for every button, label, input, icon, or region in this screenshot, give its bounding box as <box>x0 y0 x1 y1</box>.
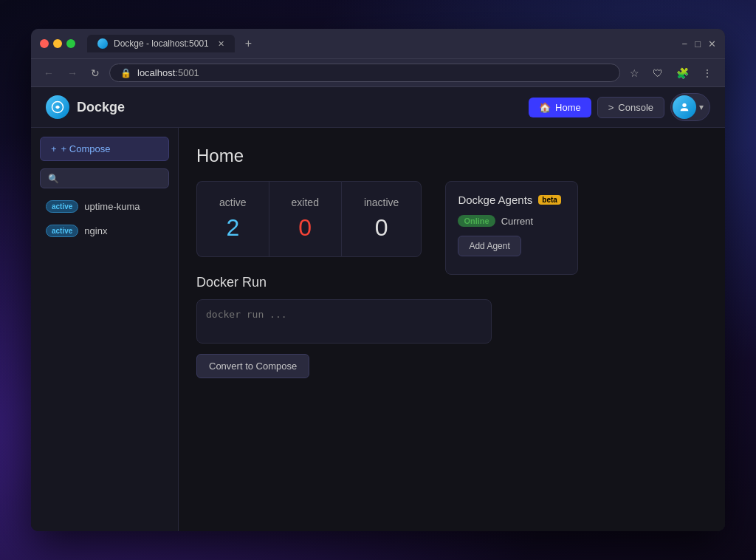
app-logo: Dockge <box>46 95 529 119</box>
window-restore-icon[interactable]: □ <box>695 38 701 49</box>
menu-button[interactable]: ⋮ <box>698 65 716 81</box>
address-bar[interactable]: 🔒 localhost:5001 <box>109 64 620 82</box>
bookmark-button[interactable]: ☆ <box>626 65 643 81</box>
stat-card-active: active 2 <box>196 181 269 257</box>
search-input[interactable] <box>63 173 161 184</box>
search-icon: 🔍 <box>48 174 59 184</box>
toolbar-actions: ☆ 🛡 🧩 ⋮ <box>626 65 716 81</box>
main-content: Home active 2 exited 0 <box>179 128 725 531</box>
home-icon: 🏠 <box>539 102 551 113</box>
window-minimize-icon[interactable]: − <box>682 38 688 49</box>
home-label: Home <box>555 102 581 113</box>
console-button[interactable]: > Console <box>597 97 664 118</box>
user-avatar <box>673 95 696 119</box>
browser-toolbar: ← → ↻ 🔒 localhost:5001 ☆ 🛡 🧩 ⋮ <box>31 59 725 87</box>
beta-badge: beta <box>538 195 561 205</box>
agents-header: Dockge Agents beta <box>458 194 566 206</box>
sidebar-item-label-nginx: nginx <box>84 225 107 236</box>
window-close-icon[interactable]: ✕ <box>708 38 716 49</box>
url-port: :5001 <box>175 67 199 78</box>
add-agent-button[interactable]: Add Agent <box>458 236 520 256</box>
active-label: active <box>219 197 247 208</box>
sidebar-list: active uptime-kuma active nginx <box>40 196 169 242</box>
app-logo-icon <box>46 95 69 119</box>
sidebar-item-nginx[interactable]: active nginx <box>40 220 169 242</box>
agents-title: Dockge Agents <box>458 194 532 206</box>
agents-section: Dockge Agents beta Online Current Add Ag… <box>445 181 578 275</box>
browser-window: Dockge - localhost:5001 ✕ + − □ ✕ ← → ↻ … <box>31 29 725 531</box>
header-nav: 🏠 Home > Console <box>529 93 710 121</box>
docker-run-section: Docker Run Convert to Compose <box>196 275 707 378</box>
forward-button[interactable]: → <box>63 65 81 81</box>
home-button[interactable]: 🏠 Home <box>529 98 591 117</box>
sidebar: + + Compose 🔍 active uptime-kuma acti <box>31 128 179 531</box>
chevron-down-icon: ▾ <box>699 102 704 112</box>
agent-status-row: Online Current <box>458 215 566 227</box>
inactive-value: 0 <box>364 214 399 242</box>
new-tab-button[interactable]: + <box>241 35 256 52</box>
sidebar-item-uptime-kuma[interactable]: active uptime-kuma <box>40 196 169 217</box>
tab-close-button[interactable]: ✕ <box>218 39 224 49</box>
back-button[interactable]: ← <box>40 65 58 81</box>
exited-label: exited <box>292 197 319 208</box>
console-icon: > <box>608 102 614 113</box>
convert-to-compose-button[interactable]: Convert to Compose <box>196 354 309 378</box>
lock-icon: 🔒 <box>120 68 131 78</box>
stats-and-agents: active 2 exited 0 inactive 0 <box>196 181 707 275</box>
tab-label: Dockge - localhost:5001 <box>114 38 209 49</box>
url-host: localhost <box>137 67 175 78</box>
tab-favicon <box>97 38 108 49</box>
docker-run-input[interactable] <box>196 299 492 344</box>
close-window-button[interactable] <box>40 39 49 48</box>
compose-button[interactable]: + + Compose <box>40 137 169 161</box>
browser-titlebar: Dockge - localhost:5001 ✕ + − □ ✕ <box>31 29 725 59</box>
stat-card-exited: exited 0 <box>269 181 341 257</box>
status-badge-nginx: active <box>46 225 78 237</box>
docker-run-title: Docker Run <box>196 275 707 290</box>
user-menu-button[interactable]: ▾ <box>670 93 710 121</box>
app-title: Dockge <box>77 100 125 115</box>
stat-card-inactive: inactive 0 <box>341 181 422 257</box>
active-value: 2 <box>219 214 247 242</box>
inactive-label: inactive <box>364 197 399 208</box>
search-box[interactable]: 🔍 <box>40 168 169 188</box>
plus-icon: + <box>51 143 57 154</box>
console-label: Console <box>618 102 653 113</box>
app-container: Dockge 🏠 Home > Console <box>31 87 725 531</box>
online-badge: Online <box>458 215 495 227</box>
browser-tab[interactable]: Dockge - localhost:5001 ✕ <box>87 35 235 52</box>
svg-point-1 <box>682 103 686 107</box>
exited-value: 0 <box>292 214 319 242</box>
extensions-button[interactable]: 🧩 <box>673 65 693 81</box>
window-controls <box>40 39 75 48</box>
app-header: Dockge 🏠 Home > Console <box>31 87 725 128</box>
maximize-window-button[interactable] <box>66 39 75 48</box>
reload-button[interactable]: ↻ <box>87 65 103 81</box>
window-action-buttons: − □ ✕ <box>682 38 716 49</box>
page-title: Home <box>196 146 707 166</box>
sidebar-item-label-uptime-kuma: uptime-kuma <box>84 201 140 212</box>
shield-icon[interactable]: 🛡 <box>649 65 667 81</box>
agent-current-text: Current <box>501 216 533 227</box>
status-badge-uptime-kuma: active <box>46 200 78 213</box>
stats-section: active 2 exited 0 inactive 0 <box>196 181 422 257</box>
compose-label: + Compose <box>61 143 111 154</box>
app-body: + + Compose 🔍 active uptime-kuma acti <box>31 128 725 531</box>
minimize-window-button[interactable] <box>53 39 62 48</box>
address-text: localhost:5001 <box>137 67 199 78</box>
